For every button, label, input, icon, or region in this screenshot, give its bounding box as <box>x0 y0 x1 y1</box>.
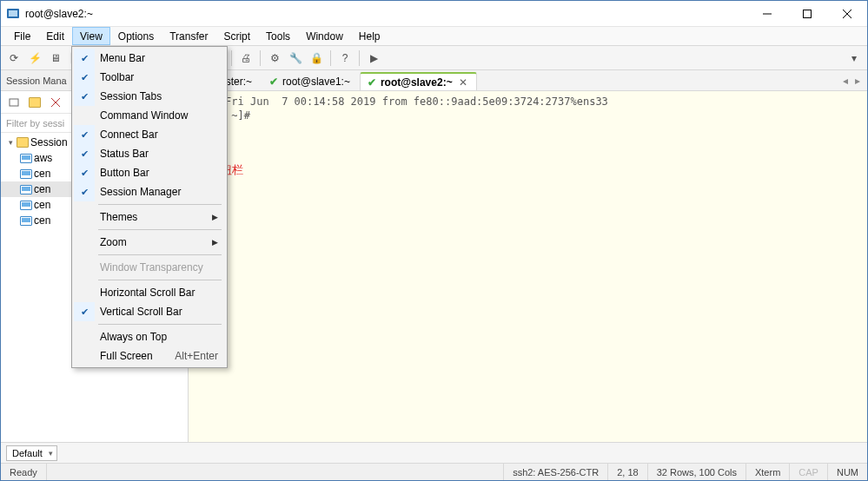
button-bar: Default <box>1 442 867 463</box>
menu-item-label: Connect Bar <box>95 128 225 141</box>
tab-next-icon[interactable]: ▸ <box>855 75 860 87</box>
tab-status-icon: ✔ <box>269 76 278 88</box>
app-icon <box>6 7 20 21</box>
menu-separator <box>74 252 225 258</box>
script-icon[interactable]: ▶ <box>364 49 383 68</box>
filter-placeholder: Filter by sessi <box>6 118 64 128</box>
check-icon: ✔ <box>74 182 95 201</box>
terminal[interactable]: gin: Fri Jun 7 00:14:58 2019 from fe80::… <box>189 91 867 442</box>
session-tab[interactable]: ✔root@slave2:~✕ <box>360 72 477 90</box>
menu-edit[interactable]: Edit <box>38 27 72 45</box>
menu-help[interactable]: Help <box>351 27 388 45</box>
tab-label: root@slave1:~ <box>282 76 350 88</box>
check-icon: ✔ <box>74 163 95 182</box>
session-tabs: ✔master:~✔root@slave1:~✔root@slave2:~✕ ◂… <box>189 70 867 91</box>
menu-item-session-tabs[interactable]: ✔Session Tabs <box>74 87 225 106</box>
menu-item-zoom[interactable]: ✔Zoom▶ <box>74 233 225 252</box>
menu-item-label: Window Transparency <box>95 261 225 273</box>
menu-window[interactable]: Window <box>298 27 351 45</box>
sm-delete-icon[interactable] <box>46 93 65 112</box>
twisty-icon[interactable]: ▾ <box>6 138 15 147</box>
menu-item-command-window[interactable]: ✔Command Window <box>74 106 225 125</box>
menu-item-status-bar[interactable]: ✔Status Bar <box>74 144 225 163</box>
menu-item-session-manager[interactable]: ✔Session Manager <box>74 182 225 201</box>
menu-file[interactable]: File <box>6 27 38 45</box>
menu-item-always-on-top[interactable]: ✔Always on Top <box>74 327 225 346</box>
tab-close-icon[interactable]: ✕ <box>459 76 467 89</box>
host-icon <box>20 169 32 179</box>
svg-rect-3 <box>804 10 812 17</box>
toolbar-separator <box>359 50 360 66</box>
svg-rect-6 <box>10 99 18 106</box>
check-icon: ✔ <box>74 106 95 125</box>
spanner-icon[interactable]: 🔧 <box>286 49 305 68</box>
menu-item-label: Menu Bar <box>95 52 225 64</box>
menu-view[interactable]: View <box>72 27 110 45</box>
check-icon: ✔ <box>74 302 95 321</box>
quick-icon[interactable]: ⚡ <box>25 49 44 68</box>
maximize-button[interactable] <box>787 1 827 26</box>
minimize-button[interactable] <box>747 1 787 26</box>
menu-item-connect-bar[interactable]: ✔Connect Bar <box>74 125 225 144</box>
menu-item-label: Horizontal Scroll Bar <box>95 287 225 299</box>
submenu-arrow-icon: ▶ <box>212 238 225 247</box>
sm-new-icon[interactable] <box>4 93 23 112</box>
menu-item-label: Full Screen <box>95 350 175 362</box>
host-icon <box>20 201 32 210</box>
menu-item-label: Themes <box>95 211 212 223</box>
toolbar-separator <box>260 50 261 66</box>
menu-item-full-screen[interactable]: ✔Full ScreenAlt+Enter <box>74 346 225 366</box>
host-icon <box>20 154 32 163</box>
menu-item-label: Zoom <box>95 236 212 248</box>
menu-item-menu-bar[interactable]: ✔Menu Bar <box>74 49 225 68</box>
host-icon <box>20 185 32 194</box>
toolbar-separator <box>330 50 331 66</box>
menu-item-vertical-scroll-bar[interactable]: ✔Vertical Scroll Bar <box>74 302 225 321</box>
close-button[interactable] <box>827 1 867 26</box>
terminal-line: gin: Fri Jun 7 00:14:58 2019 from fe80::… <box>194 96 608 108</box>
check-icon: ✔ <box>74 327 95 346</box>
tab-status-icon: ✔ <box>368 76 376 89</box>
status-dimensions: 32 Rows, 100 Cols <box>648 464 746 480</box>
print-icon[interactable]: 🖨 <box>236 49 255 68</box>
help-icon[interactable]: ? <box>335 49 354 68</box>
menu-item-themes[interactable]: ✔Themes▶ <box>74 208 225 227</box>
menu-transfer[interactable]: Transfer <box>162 27 215 45</box>
svg-rect-1 <box>9 10 17 16</box>
connect-icon[interactable]: 🖥 <box>46 49 65 68</box>
host-icon <box>20 216 32 226</box>
menu-item-toolbar[interactable]: ✔Toolbar <box>74 68 225 87</box>
check-icon: ✔ <box>74 346 95 366</box>
gear-icon[interactable]: ⚙ <box>265 49 284 68</box>
check-icon: ✔ <box>74 283 95 302</box>
toolbar-overflow-icon[interactable]: ▾ <box>845 49 864 68</box>
check-icon: ✔ <box>74 68 95 87</box>
status-num: NUM <box>828 464 867 480</box>
status-term-type: Xterm <box>746 464 790 480</box>
menu-accelerator: Alt+Enter <box>175 350 225 362</box>
menu-script[interactable]: Script <box>215 27 258 45</box>
folder-icon <box>17 137 29 148</box>
menu-item-horizontal-scroll-bar[interactable]: ✔Horizontal Scroll Bar <box>74 283 225 302</box>
menu-item-button-bar[interactable]: ✔Button Bar <box>74 163 225 182</box>
menu-item-label: Button Bar <box>95 167 225 179</box>
session-manager-title: Session Mana <box>6 76 67 86</box>
lock-icon[interactable]: 🔒 <box>307 49 326 68</box>
check-icon: ✔ <box>74 144 95 163</box>
profile-select[interactable]: Default <box>6 445 57 461</box>
menu-tools[interactable]: Tools <box>258 27 298 45</box>
menu-item-label: Session Manager <box>95 186 225 198</box>
menu-options[interactable]: Options <box>110 27 162 45</box>
session-tab[interactable]: ✔root@slave1:~ <box>262 72 360 90</box>
check-icon: ✔ <box>74 87 95 106</box>
reconnect-icon[interactable]: ⟳ <box>4 49 23 68</box>
sm-folder-icon[interactable] <box>25 93 44 112</box>
check-icon: ✔ <box>74 208 95 227</box>
menu-item-label: Toolbar <box>95 71 225 83</box>
view-menu-dropdown: ✔Menu Bar✔Toolbar✔Session Tabs✔Command W… <box>71 46 228 368</box>
menu-item-label: Status Bar <box>95 148 225 160</box>
menubar: FileEditViewOptionsTransferScriptToolsWi… <box>1 27 867 46</box>
menu-item-label: Always on Top <box>95 331 225 343</box>
tab-prev-icon[interactable]: ◂ <box>843 75 848 87</box>
menu-separator <box>74 277 225 283</box>
